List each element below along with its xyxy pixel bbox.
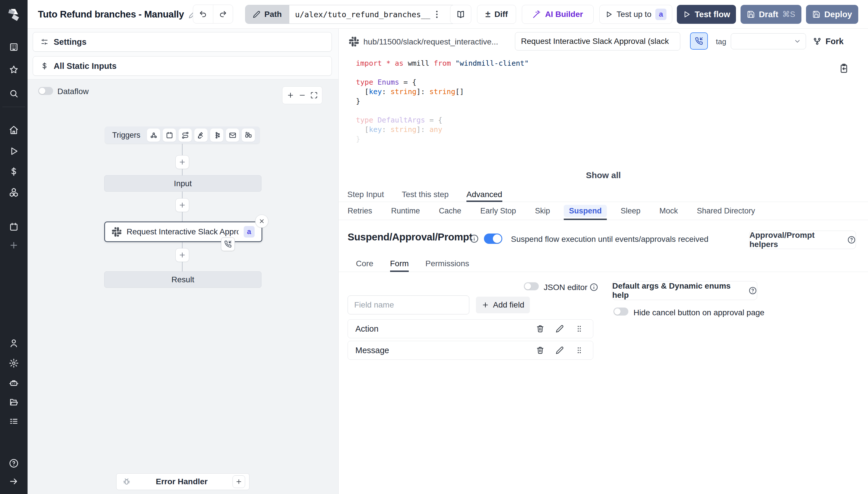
drag-field-handle[interactable] (573, 322, 586, 335)
sidebar-buildings-icon[interactable] (8, 41, 19, 53)
docs-button[interactable] (450, 5, 471, 24)
test-up-to-button[interactable]: Test up to a (599, 5, 672, 24)
hide-cancel-toggle[interactable] (613, 307, 628, 316)
code-line: } (356, 134, 529, 144)
sidebar-arrow-right-icon[interactable] (8, 476, 19, 487)
tab-sleep[interactable]: Sleep (621, 202, 640, 220)
error-handler-node[interactable]: Error Handler (116, 473, 250, 490)
tab-mock[interactable]: Mock (659, 202, 678, 220)
default-args-help-button[interactable]: Default args & Dynamic enums help (612, 281, 757, 300)
add-step-button[interactable] (176, 198, 189, 212)
info-icon[interactable] (590, 283, 598, 291)
tab-step-input[interactable]: Step Input (347, 187, 384, 202)
trigger-plug-icon[interactable] (194, 129, 207, 142)
tab-suspend[interactable]: Suspend (569, 202, 602, 220)
undo-button[interactable] (193, 5, 213, 23)
sidebar-plus-icon[interactable] (8, 240, 19, 251)
remove-step-button[interactable] (255, 214, 269, 228)
trigger-mail-icon[interactable] (226, 129, 239, 142)
slack-approval-step-node[interactable]: Request Interactive Slack Approval (... … (104, 222, 262, 242)
tab-skip[interactable]: Skip (535, 202, 550, 220)
all-static-inputs-row[interactable]: All Static Inputs (33, 56, 332, 76)
tab-test-this-step[interactable]: Test this step (402, 187, 449, 202)
fit-view-icon[interactable] (310, 92, 318, 99)
ai-builder-button[interactable]: AI Builder (522, 5, 594, 24)
save-icon (812, 10, 820, 18)
suspend-mode-button[interactable] (690, 33, 708, 50)
clipboard-paste-icon[interactable] (839, 63, 850, 76)
flow-settings-row[interactable]: Settings (33, 32, 332, 52)
input-node[interactable]: Input (104, 175, 261, 192)
suspend-enabled-toggle[interactable] (484, 233, 502, 244)
add-field-button[interactable]: Add field (476, 297, 530, 313)
more-options-kebab-icon[interactable] (429, 7, 444, 22)
code-editor[interactable]: import * as wmill from "windmill-client"… (356, 58, 529, 144)
show-all-button[interactable]: Show all (339, 170, 868, 180)
delete-field-button[interactable] (534, 322, 547, 335)
fork-button[interactable]: Fork (813, 33, 844, 49)
step-name-input[interactable]: Request Interactive Slack Approval (slac… (515, 32, 680, 51)
hub-script-path[interactable]: hub/11500/slack/request_interactive... (363, 37, 498, 46)
windmill-logo-icon[interactable] (6, 7, 21, 21)
zoom-out-icon[interactable] (298, 92, 306, 99)
sidebar-robot-icon[interactable] (8, 377, 19, 389)
add-step-button[interactable] (176, 155, 189, 169)
tab-shared-directory[interactable]: Shared Directory (697, 202, 755, 220)
zoom-in-icon[interactable] (287, 92, 294, 99)
field-name-input[interactable]: Field name (348, 296, 469, 315)
sidebar-calendar-icon[interactable] (8, 221, 19, 233)
trigger-route-icon[interactable] (179, 129, 192, 142)
tab-cache[interactable]: Cache (439, 202, 461, 220)
redo-button[interactable] (213, 5, 233, 23)
delete-field-button[interactable] (534, 344, 547, 357)
diff-button[interactable]: ±Diff (477, 5, 516, 24)
tab-retries[interactable]: Retries (348, 202, 372, 220)
subtab-core[interactable]: Core (356, 255, 373, 272)
close-icon (259, 218, 265, 224)
wand-icon (533, 10, 541, 19)
approval-prompt-helpers-button[interactable]: Approval/Prompt helpers (749, 231, 856, 249)
plus-icon (482, 301, 489, 309)
tag-label: tag (716, 37, 726, 46)
sidebar-dollar-icon[interactable] (8, 166, 19, 177)
sidebar-boxes-icon[interactable] (8, 187, 19, 198)
json-editor-toggle[interactable] (524, 282, 539, 290)
trigger-binoculars-icon[interactable] (242, 129, 255, 142)
sidebar-folder-open-icon[interactable] (8, 397, 19, 408)
tab-early-stop[interactable]: Early Stop (480, 202, 516, 220)
sidebar-list-details-icon[interactable] (8, 416, 19, 428)
tab-runtime[interactable]: Runtime (391, 202, 420, 220)
edit-field-button[interactable] (553, 322, 566, 335)
drag-field-handle[interactable] (573, 344, 586, 357)
tab-advanced[interactable]: Advanced (466, 187, 502, 202)
info-icon[interactable] (469, 234, 479, 243)
sidebar-home-icon[interactable] (8, 124, 19, 136)
add-step-button[interactable] (176, 248, 189, 262)
tag-select[interactable] (731, 33, 806, 49)
sidebar-help-circle-icon[interactable] (8, 458, 19, 469)
sidebar-search-icon[interactable] (8, 88, 19, 99)
flow-title: Tuto Refund branches - Manually (38, 9, 184, 20)
sidebar-star-icon[interactable] (8, 64, 19, 75)
test-flow-button[interactable]: Test flow (677, 5, 736, 24)
draft-shortcut: ⌘S (782, 10, 795, 19)
flow-canvas[interactable]: Dataflow Triggers Input Request Interact… (27, 79, 338, 494)
subtab-form[interactable]: Form (390, 255, 409, 272)
trigger-broker-icon[interactable] (210, 129, 223, 142)
add-error-handler-button[interactable] (233, 475, 245, 488)
path-control[interactable]: Path u/alex/tuto_refund_branches__ (245, 5, 461, 24)
dataflow-toggle[interactable] (38, 87, 53, 95)
subtab-permissions[interactable]: Permissions (425, 255, 469, 272)
result-node[interactable]: Result (104, 271, 261, 288)
deploy-button[interactable]: Deploy (806, 5, 858, 24)
draft-button[interactable]: Draft⌘S (741, 5, 801, 24)
edit-field-button[interactable] (553, 344, 566, 357)
sidebar-user-icon[interactable] (8, 337, 19, 349)
suspend-phone-badge[interactable] (221, 237, 235, 251)
sidebar-gear-icon[interactable] (8, 358, 19, 369)
canvas-zoom-controls (282, 87, 322, 104)
sidebar-play-icon[interactable] (8, 146, 19, 157)
trigger-webhook-icon[interactable] (147, 129, 160, 142)
trigger-calendar-icon[interactable] (163, 129, 176, 142)
triggers-bar[interactable]: Triggers (105, 127, 260, 144)
